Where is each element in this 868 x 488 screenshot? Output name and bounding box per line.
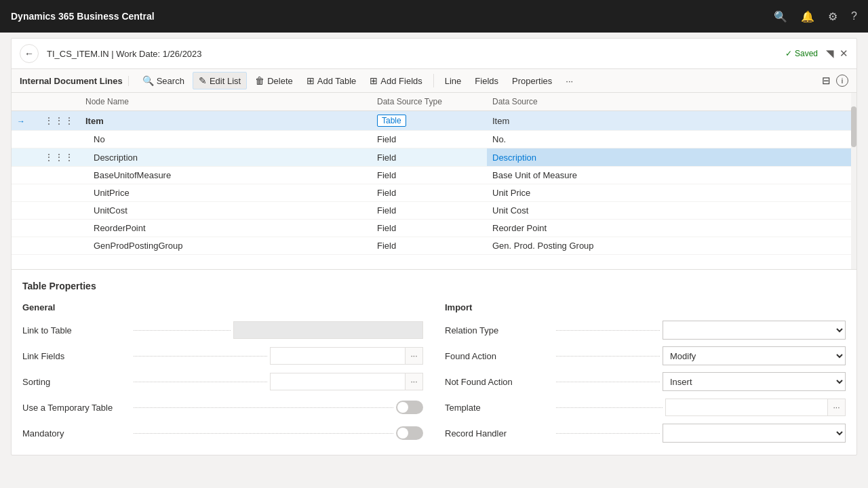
search-button[interactable]: 🔍 Search xyxy=(137,73,190,89)
col-header-node-name: Node Name xyxy=(80,93,372,111)
info-icon[interactable]: i xyxy=(836,75,848,87)
mandatory-toggle[interactable] xyxy=(396,426,423,440)
open-new-window-icon[interactable]: ◥ xyxy=(826,47,834,60)
row-dots-icon[interactable]: ⋮⋮⋮ xyxy=(44,152,75,163)
row-arrow-cell xyxy=(12,167,39,184)
table-row[interactable]: ReorderPoint Field Reorder Point xyxy=(12,220,851,237)
row-dots-cell[interactable]: ⋮⋮⋮ xyxy=(39,111,80,131)
row-dots-icon[interactable]: ⋮⋮⋮ xyxy=(44,115,75,126)
add-fields-label: Add Fields xyxy=(380,76,422,86)
not-found-action-select[interactable]: Insert Skip Error xyxy=(663,372,846,391)
relation-type-select[interactable]: Parent Child xyxy=(663,321,846,340)
prop-dots xyxy=(556,330,660,331)
template-input[interactable] xyxy=(665,399,828,416)
not-found-action-label: Not Found Action xyxy=(445,377,553,387)
add-table-button[interactable]: ⊞ Add Table xyxy=(301,73,362,89)
table-row[interactable]: GenProdPostingGroup Field Gen. Prod. Pos… xyxy=(12,237,851,255)
ds-cell: Reorder Point xyxy=(487,220,851,237)
properties-button[interactable]: Properties xyxy=(507,73,557,89)
sorting-input[interactable] xyxy=(270,373,406,390)
toggle-thumb xyxy=(397,402,408,413)
page-header: ← TI_CS_ITEM.IN | Work Date: 1/26/2023 ✓… xyxy=(12,39,856,69)
bell-icon[interactable]: 🔔 xyxy=(801,10,814,23)
settings-icon[interactable]: ⚙ xyxy=(828,10,837,23)
page-container: ← TI_CS_ITEM.IN | Work Date: 1/26/2023 ✓… xyxy=(11,38,857,455)
link-to-table-input[interactable] xyxy=(233,321,423,339)
prop-dots xyxy=(134,330,231,331)
fields-button[interactable]: Fields xyxy=(469,73,504,89)
edit-list-label: Edit List xyxy=(210,76,241,86)
table-row[interactable]: → ⋮⋮⋮ Item Table Item xyxy=(12,111,851,131)
node-name-cell: GenProdPostingGroup xyxy=(80,237,372,255)
delete-label: Delete xyxy=(267,76,293,86)
relation-type-row: Relation Type Parent Child xyxy=(445,321,846,340)
help-icon[interactable]: ? xyxy=(851,10,857,22)
prop-dots xyxy=(134,356,267,357)
table-row[interactable]: ⋮⋮⋮ Description Field Description xyxy=(12,148,851,167)
data-table: Node Name Data Source Type Data Source →… xyxy=(12,93,851,255)
row-arrow-cell xyxy=(12,220,39,237)
link-fields-input[interactable] xyxy=(270,347,406,365)
ds-type-cell: Field xyxy=(372,184,487,202)
sorting-value: ··· xyxy=(270,373,423,390)
add-fields-icon: ⊞ xyxy=(370,75,378,86)
delete-button[interactable]: 🗑 Delete xyxy=(250,73,298,89)
top-bar: Dynamics 365 Business Central 🔍 🔔 ⚙ ? xyxy=(0,0,868,33)
import-column: Import Relation Type Parent Child xyxy=(445,302,846,449)
use-temp-table-label: Use a Temporary Table xyxy=(22,403,131,413)
link-to-table-value xyxy=(233,321,423,339)
prop-dots xyxy=(134,382,267,382)
record-handler-value xyxy=(663,424,846,443)
line-label: Line xyxy=(445,76,462,86)
back-button[interactable]: ← xyxy=(20,44,39,63)
properties-label: Properties xyxy=(512,76,552,86)
found-action-select[interactable]: Modify Skip Error xyxy=(663,346,846,365)
search-icon[interactable]: 🔍 xyxy=(774,10,787,23)
more-button[interactable]: ··· xyxy=(560,73,578,89)
ds-type-cell: Field xyxy=(372,202,487,220)
row-arrow-cell xyxy=(12,202,39,220)
table-row[interactable]: No Field No. xyxy=(12,131,851,148)
sorting-ellipsis-button[interactable]: ··· xyxy=(406,373,423,390)
row-dots-cell[interactable]: ⋮⋮⋮ xyxy=(39,148,80,167)
record-handler-label: Record Handler xyxy=(445,428,553,439)
ds-type-cell: Table xyxy=(372,111,487,131)
fields-label: Fields xyxy=(475,76,498,86)
link-fields-row: Link Fields ··· xyxy=(22,346,423,365)
add-fields-button[interactable]: ⊞ Add Fields xyxy=(364,73,427,89)
record-handler-select[interactable] xyxy=(663,424,846,443)
toolbar-section-label: Internal Document Lines xyxy=(20,76,129,86)
filter-icon[interactable]: ⊟ xyxy=(822,75,831,87)
collapse-icon[interactable]: ✕ xyxy=(840,47,848,60)
use-temp-table-value xyxy=(396,401,423,414)
col-header-ds: Data Source xyxy=(487,93,851,111)
link-fields-label: Link Fields xyxy=(22,351,131,361)
table-row[interactable]: BaseUnitofMeasure Field Base Unit of Mea… xyxy=(12,167,851,184)
node-name-cell: No xyxy=(80,131,372,148)
table-row[interactable]: UnitPrice Field Unit Price xyxy=(12,184,851,202)
link-fields-ellipsis-button[interactable]: ··· xyxy=(406,347,423,365)
table-tag: Table xyxy=(377,115,406,127)
node-name-cell: Item xyxy=(80,111,372,131)
ds-type-cell: Field xyxy=(372,131,487,148)
row-arrow-cell xyxy=(12,131,39,148)
col-header-dots xyxy=(39,93,80,111)
line-button[interactable]: Line xyxy=(439,73,467,89)
use-temp-table-toggle[interactable] xyxy=(396,401,423,414)
row-arrow-cell xyxy=(12,237,39,255)
toolbar: Internal Document Lines 🔍 Search ✎ Edit … xyxy=(12,69,856,93)
ds-link[interactable]: Description xyxy=(492,152,536,163)
mandatory-label: Mandatory xyxy=(22,428,131,439)
row-dots-cell xyxy=(39,184,80,202)
node-name-cell: UnitCost xyxy=(80,202,372,220)
node-name-cell: ReorderPoint xyxy=(80,220,372,237)
template-ellipsis-button[interactable]: ··· xyxy=(828,399,846,416)
row-dots-cell xyxy=(39,220,80,237)
not-found-action-row: Not Found Action Insert Skip Error xyxy=(445,372,846,391)
edit-list-button[interactable]: ✎ Edit List xyxy=(193,72,247,89)
table-row[interactable]: UnitCost Field Unit Cost xyxy=(12,202,851,220)
scrollbar-track[interactable] xyxy=(851,93,856,269)
node-name-cell: Description xyxy=(80,148,372,167)
scrollbar-thumb[interactable] xyxy=(851,106,856,147)
template-row: Template ··· xyxy=(445,398,846,417)
